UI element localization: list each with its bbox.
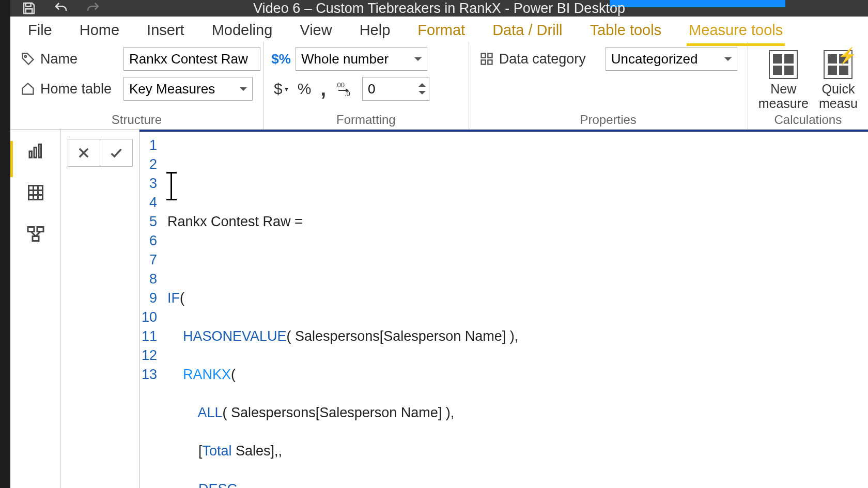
svg-text:.00: .00 bbox=[335, 81, 345, 89]
format-icon: $% bbox=[274, 52, 288, 66]
quick-measure-button[interactable]: ⚡ Quick measu bbox=[819, 50, 858, 111]
svg-rect-1 bbox=[26, 9, 33, 13]
tab-tabletools[interactable]: Table tools bbox=[588, 17, 664, 42]
svg-rect-0 bbox=[26, 3, 31, 6]
percent-button[interactable]: % bbox=[298, 80, 312, 98]
tab-view[interactable]: View bbox=[298, 17, 334, 42]
report-view-icon[interactable] bbox=[25, 141, 46, 162]
spin-up-icon[interactable] bbox=[419, 80, 426, 87]
datatype-select[interactable]: Whole number bbox=[296, 47, 427, 71]
text-cursor-icon bbox=[171, 173, 172, 200]
svg-text:.0: .0 bbox=[345, 90, 350, 97]
precision-button[interactable]: .00.0 bbox=[335, 81, 353, 97]
hometable-select[interactable]: Key Measures bbox=[123, 77, 253, 101]
currency-button[interactable]: $ ▾ bbox=[274, 80, 288, 98]
tag-icon bbox=[21, 52, 35, 66]
tab-measuretools[interactable]: Measure tools bbox=[687, 17, 785, 42]
formula-editor[interactable]: 1 2 3 4 5 6 7 8 9 10 11 12 13 Rankx Cont… bbox=[140, 130, 868, 488]
formula-controls bbox=[61, 130, 140, 488]
ribbon-body: Name Home table Key Measures bbox=[10, 42, 868, 130]
save-icon[interactable] bbox=[21, 0, 37, 17]
hometable-label: Home table bbox=[40, 81, 112, 97]
new-measure-button[interactable]: New measure bbox=[758, 50, 809, 111]
cancel-formula-button[interactable] bbox=[68, 139, 100, 166]
grid-icon bbox=[769, 50, 798, 79]
svg-rect-12 bbox=[28, 186, 42, 200]
svg-rect-18 bbox=[37, 227, 43, 232]
tab-modeling[interactable]: Modeling bbox=[210, 17, 275, 42]
redo-icon[interactable] bbox=[85, 0, 101, 17]
svg-rect-19 bbox=[33, 237, 39, 241]
tab-format[interactable]: Format bbox=[415, 17, 467, 42]
view-rail bbox=[10, 130, 61, 488]
code-body[interactable]: Rankx Contest Raw = IF( HASONEVALUE( Sal… bbox=[162, 132, 868, 488]
model-view-icon[interactable] bbox=[25, 224, 46, 244]
formatting-group-label: Formatting bbox=[274, 111, 458, 127]
svg-rect-6 bbox=[488, 54, 492, 58]
data-view-icon[interactable] bbox=[25, 182, 46, 203]
undo-icon[interactable] bbox=[53, 0, 69, 17]
grid-bolt-icon: ⚡ bbox=[824, 50, 853, 79]
properties-group-label: Properties bbox=[479, 111, 737, 127]
svg-rect-7 bbox=[481, 60, 485, 64]
text-cursor-icon bbox=[166, 199, 177, 200]
name-input[interactable] bbox=[123, 47, 260, 71]
ribbon-tabs: File Home Insert Modeling View Help Form… bbox=[10, 17, 868, 42]
structure-group-label: Structure bbox=[21, 111, 253, 127]
svg-point-2 bbox=[25, 56, 27, 58]
datacategory-label: Data category bbox=[499, 51, 586, 67]
accent-bar bbox=[610, 0, 785, 7]
window-title: Video 6 – Custom Tiebreakers in RankX - … bbox=[253, 1, 625, 17]
decimals-input[interactable] bbox=[362, 77, 429, 101]
tab-datadrill[interactable]: Data / Drill bbox=[490, 17, 564, 42]
comma-button[interactable]: , bbox=[320, 78, 326, 100]
home-icon bbox=[21, 82, 35, 96]
datacategory-select[interactable]: Uncategorized bbox=[606, 47, 737, 71]
title-bar: Video 6 – Custom Tiebreakers in RankX - … bbox=[10, 0, 868, 17]
commit-formula-button[interactable] bbox=[100, 139, 132, 166]
tab-help[interactable]: Help bbox=[358, 17, 393, 42]
line-gutter: 1 2 3 4 5 6 7 8 9 10 11 12 13 bbox=[140, 132, 162, 488]
svg-rect-10 bbox=[34, 148, 37, 158]
name-label: Name bbox=[40, 51, 78, 67]
spin-down-icon[interactable] bbox=[419, 91, 426, 98]
svg-rect-17 bbox=[28, 227, 34, 232]
tab-home[interactable]: Home bbox=[78, 17, 121, 42]
tab-insert[interactable]: Insert bbox=[145, 17, 187, 42]
category-icon bbox=[479, 52, 494, 66]
svg-rect-8 bbox=[488, 60, 492, 64]
svg-rect-11 bbox=[39, 145, 41, 158]
tab-file[interactable]: File bbox=[26, 17, 54, 42]
svg-rect-9 bbox=[29, 151, 32, 158]
svg-rect-5 bbox=[481, 54, 485, 58]
calculations-group-label: Calculations bbox=[758, 111, 858, 127]
